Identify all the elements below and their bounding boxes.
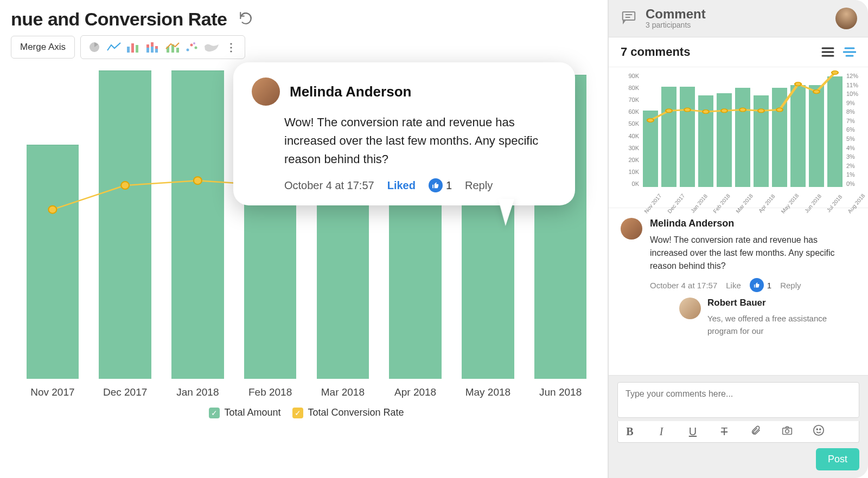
avatar [621,218,642,240]
scatter-chart-icon[interactable] [184,39,200,55]
svg-rect-12 [176,48,179,53]
x-tick: Mar 2018 [307,386,379,398]
annotation-author: Melinda Anderson [290,83,411,100]
current-user-avatar[interactable] [835,8,857,29]
comment-sidebar: Comment 3 participants 7 comments 90K80K… [608,0,868,478]
svg-point-44 [832,71,838,75]
annotation-bubble: Melinda Anderson Wow! The conversion rat… [233,62,575,205]
x-tick: May 2018 [452,386,525,398]
comment-item: Melinda Anderson Wow! The conversion rat… [621,218,856,343]
svg-point-49 [820,429,821,430]
svg-point-17 [48,206,56,214]
strikethrough-icon[interactable]: T [718,425,731,438]
like-button[interactable]: Like [726,281,741,290]
emoji-icon[interactable] [812,424,825,439]
comment-body: Wow! The conversion rate and revenue has… [650,234,856,273]
reply-button[interactable]: Reply [465,179,493,192]
svg-point-36 [684,108,691,112]
svg-point-39 [739,108,746,112]
svg-point-13 [187,49,189,51]
x-tick: Feb 2018 [234,386,307,398]
thumbs-up-icon [429,178,443,192]
app-frame: nue and Conversion Rate Merge Axis ⋮ [0,0,868,478]
svg-rect-25 [623,12,635,20]
like-count[interactable]: 1 [429,178,452,192]
svg-point-47 [814,425,824,435]
legend-label-1: Total Amount [224,407,280,418]
svg-point-41 [776,108,783,112]
x-tick: Jan 2018 [162,386,234,398]
attachment-icon[interactable] [749,424,762,439]
comment-timestamp: October 4 at 17:57 [650,281,717,290]
svg-point-42 [795,82,801,86]
sidebar-subtitle: 3 participants [646,21,706,29]
comment-input[interactable] [617,382,859,418]
svg-point-19 [194,177,202,184]
map-chart-icon[interactable] [203,39,220,55]
comment-icon [620,9,638,28]
avatar [252,77,280,106]
comment-count: 7 comments [621,45,690,59]
reply-author: Robert Bauer [707,298,856,308]
mini-chart[interactable]: 90K80K70K60K50K40K30K20K10K0K 12%11%10%9… [609,67,868,208]
main-panel: nue and Conversion Rate Merge Axis ⋮ [0,0,608,478]
more-options-icon[interactable]: ⋮ [223,39,239,55]
svg-point-40 [758,109,764,113]
camera-icon[interactable] [781,425,794,438]
composer-toolbar: B I U T [617,421,859,443]
svg-point-38 [721,109,727,113]
liked-button[interactable]: Liked [387,179,416,192]
like-count[interactable]: 1 [750,278,771,292]
svg-point-14 [190,44,193,47]
svg-point-18 [121,182,129,189]
line-chart-icon[interactable] [106,39,122,55]
chart-legend: ✓Total Amount ✓Total Conversion Rate [16,398,597,418]
page-title: nue and Conversion Rate [11,9,227,30]
svg-point-46 [786,429,789,433]
pie-chart-icon[interactable] [86,39,103,55]
reply-button[interactable]: Reply [780,281,801,290]
italic-icon[interactable]: I [655,425,668,438]
combo-chart-icon[interactable] [164,39,181,55]
svg-rect-1 [127,47,130,53]
bold-icon[interactable]: B [623,425,636,438]
x-tick: Apr 2018 [379,386,452,398]
underline-icon[interactable]: U [686,425,699,438]
legend-swatch-total-amount: ✓ [209,408,220,418]
legend-label-2: Total Conversion Rate [308,407,404,418]
svg-rect-2 [131,43,134,53]
comment-composer: B I U T Post [609,375,868,478]
x-tick: Nov 2017 [16,386,89,398]
thumbs-up-icon [750,278,764,292]
svg-point-34 [647,119,654,122]
comment-reply: Robert Bauer Yes, we offered a free assi… [679,298,856,343]
chart-type-toolbar: ⋮ [80,35,245,59]
svg-rect-9 [155,46,158,49]
reply-body: Yes, we offered a free assistance progra… [707,313,856,337]
svg-point-35 [666,109,672,113]
bar-chart-icon[interactable] [125,39,142,55]
stacked-bar-chart-icon[interactable] [145,39,161,55]
list-view-icon[interactable] [821,47,834,57]
sidebar-title: Comment [646,8,706,21]
refresh-icon[interactable] [239,11,253,28]
svg-rect-5 [146,44,149,48]
post-button[interactable]: Post [816,448,859,470]
annotation-body: Wow! The conversion rate and revenue has… [284,113,557,169]
annotation-timestamp: October 4 at 17:57 [284,179,374,192]
x-tick: Jun 2018 [524,386,597,398]
avatar [679,298,701,319]
align-view-icon[interactable] [843,47,856,57]
svg-point-43 [813,90,820,94]
svg-rect-3 [136,45,138,53]
svg-point-37 [703,110,709,114]
comment-list: Melinda Anderson Wow! The conversion rat… [609,208,868,375]
svg-rect-7 [151,42,154,47]
x-tick: Dec 2017 [89,386,162,398]
legend-swatch-total-conversion: ✓ [292,408,303,418]
comment-author: Melinda Anderson [650,218,856,229]
svg-point-48 [816,429,818,430]
merge-axis-button[interactable]: Merge Axis [11,36,75,59]
svg-point-16 [193,42,195,44]
svg-point-15 [195,47,197,49]
